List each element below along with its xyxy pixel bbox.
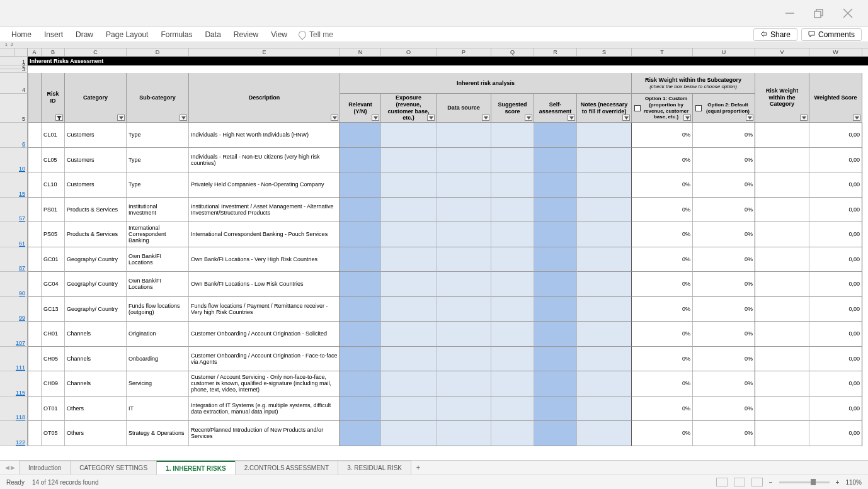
cell[interactable]: [755, 247, 809, 273]
cell[interactable]: [28, 222, 42, 247]
cell[interactable]: Type: [127, 123, 189, 148]
filter-button[interactable]: [331, 115, 338, 121]
cell[interactable]: [534, 247, 577, 273]
row-header[interactable]: 90: [0, 272, 28, 297]
cell[interactable]: [491, 222, 534, 247]
ribbon-tab-formulas[interactable]: Formulas: [154, 27, 198, 42]
cell[interactable]: 0,00: [809, 322, 862, 347]
cell[interactable]: Privately Held Companies - Non-Operating…: [189, 172, 340, 198]
cell[interactable]: [28, 247, 42, 273]
cell[interactable]: [491, 123, 534, 148]
cell[interactable]: [381, 371, 437, 396]
filter-button[interactable]: [568, 115, 575, 121]
cell[interactable]: CL01: [42, 123, 65, 148]
row-header[interactable]: 111: [0, 347, 28, 372]
cell[interactable]: [437, 396, 491, 422]
cell[interactable]: Customer Onboarding / Account Originatio…: [189, 322, 340, 347]
cell[interactable]: Own Bank/FI Locations - Low Risk Countri…: [189, 272, 340, 297]
zoom-slider-thumb[interactable]: [811, 479, 816, 485]
cell[interactable]: [28, 396, 42, 422]
cell[interactable]: [340, 396, 381, 422]
cell[interactable]: 0,00: [809, 148, 862, 173]
cell[interactable]: 0%: [693, 272, 755, 297]
column-header-U[interactable]: U: [693, 48, 755, 56]
cell[interactable]: [437, 322, 491, 347]
cell[interactable]: PS05: [42, 222, 65, 247]
cell[interactable]: [755, 222, 809, 247]
cell[interactable]: [534, 172, 577, 198]
cell[interactable]: 0%: [693, 222, 755, 247]
cell[interactable]: [340, 222, 381, 247]
cell[interactable]: [534, 198, 577, 223]
cell[interactable]: Channels: [65, 347, 127, 372]
cell[interactable]: 0,00: [809, 222, 862, 247]
cell[interactable]: [577, 172, 632, 198]
cell[interactable]: [491, 396, 534, 422]
option-checkbox[interactable]: [695, 105, 702, 111]
cell[interactable]: 0%: [632, 247, 693, 273]
view-normal-button[interactable]: [716, 478, 728, 486]
cell[interactable]: 0%: [632, 272, 693, 297]
cell[interactable]: Geography/ Country: [65, 297, 127, 322]
cell[interactable]: 0%: [693, 172, 755, 198]
row-header[interactable]: 6: [0, 123, 28, 148]
cell[interactable]: Recent/Planned Introduction of New Produ…: [189, 421, 340, 446]
ribbon-tab-insert[interactable]: Insert: [38, 27, 69, 42]
zoom-level[interactable]: 110%: [845, 479, 862, 486]
cell[interactable]: [755, 347, 809, 372]
filter-button[interactable]: [55, 115, 63, 121]
cell[interactable]: [340, 123, 381, 148]
tell-me-search[interactable]: Tell me: [299, 30, 333, 39]
cell[interactable]: 0,00: [809, 172, 862, 198]
sheet-tab[interactable]: Introduction: [19, 461, 71, 475]
sheet-tab[interactable]: 2.CONTROLS ASSESSMENT: [235, 461, 338, 475]
cell[interactable]: [491, 172, 534, 198]
cell[interactable]: [755, 272, 809, 297]
cell[interactable]: 0,00: [809, 123, 862, 148]
filter-button[interactable]: [622, 115, 630, 121]
cell[interactable]: 0,00: [809, 198, 862, 223]
cell[interactable]: Funds flow locations (outgoing): [127, 297, 189, 322]
cell[interactable]: Onboarding: [127, 347, 189, 372]
cell[interactable]: Individuals - High Net Worth Individuals…: [189, 123, 340, 148]
row-header[interactable]: 5: [0, 94, 28, 123]
cell[interactable]: Type: [127, 148, 189, 173]
cell[interactable]: [437, 123, 491, 148]
cell[interactable]: 0%: [632, 123, 693, 148]
cell[interactable]: 0%: [693, 148, 755, 173]
zoom-out-button[interactable]: −: [769, 479, 773, 486]
row-header[interactable]: 118: [0, 396, 28, 422]
column-header-A[interactable]: A: [28, 48, 42, 56]
column-header-D[interactable]: D: [127, 48, 189, 56]
cell[interactable]: 0%: [632, 148, 693, 173]
sheet-tab[interactable]: 1. INHERENT RISKS: [156, 461, 236, 475]
cell[interactable]: [28, 198, 42, 223]
comments-button[interactable]: Comments: [801, 28, 862, 41]
cell[interactable]: Individuals - Retail - Non-EU citizens (…: [189, 148, 340, 173]
cell[interactable]: [755, 322, 809, 347]
cell[interactable]: Customers: [65, 172, 127, 198]
cell[interactable]: 0%: [632, 322, 693, 347]
cell[interactable]: [755, 172, 809, 198]
cell[interactable]: GC04: [42, 272, 65, 297]
cell[interactable]: 0%: [632, 222, 693, 247]
cell[interactable]: 0%: [693, 371, 755, 396]
column-header-W[interactable]: W: [809, 48, 862, 56]
column-header-V[interactable]: V: [755, 48, 809, 56]
tab-nav-prev[interactable]: ◀: [5, 464, 9, 471]
cell[interactable]: OT05: [42, 421, 65, 446]
ribbon-tab-page-layout[interactable]: Page Layout: [100, 27, 154, 42]
cell[interactable]: 0%: [693, 421, 755, 446]
filter-button[interactable]: [117, 115, 125, 121]
window-maximize-button[interactable]: [811, 6, 826, 21]
cell[interactable]: IT: [127, 396, 189, 422]
row-header[interactable]: 99: [0, 297, 28, 322]
filter-button[interactable]: [683, 115, 691, 121]
filter-button[interactable]: [180, 115, 187, 121]
cell[interactable]: [755, 198, 809, 223]
cell[interactable]: 0%: [632, 371, 693, 396]
cell[interactable]: [437, 371, 491, 396]
cell[interactable]: [534, 396, 577, 422]
cell[interactable]: [534, 148, 577, 173]
cell[interactable]: 0,00: [809, 371, 862, 396]
